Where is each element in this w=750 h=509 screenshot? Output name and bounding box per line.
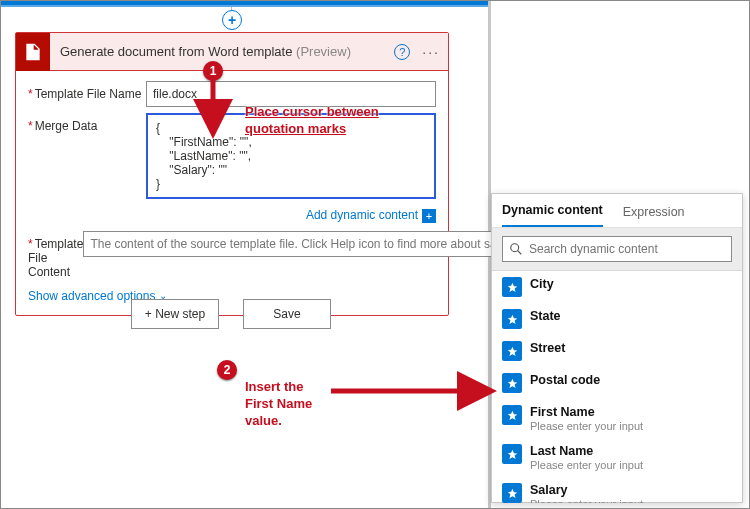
- action-card-header[interactable]: Generate document from Word template (Pr…: [16, 33, 448, 71]
- search-dynamic-content-wrap[interactable]: [502, 236, 732, 262]
- field-label-template-file-content: *Template File Content: [28, 231, 83, 279]
- dynamic-item-street[interactable]: Street: [492, 335, 742, 367]
- search-icon: [509, 242, 523, 256]
- action-title-text: Generate document from Word template: [60, 44, 292, 59]
- field-label-template-file-name: *Template File Name: [28, 81, 146, 101]
- dynamic-item-first-name[interactable]: First NamePlease enter your input: [492, 399, 742, 438]
- add-dynamic-content-row: Add dynamic content+: [28, 208, 436, 223]
- action-preview-tag: (Preview): [296, 44, 351, 59]
- dynamic-item-city[interactable]: City: [492, 271, 742, 303]
- field-label-merge-data: *Merge Data: [28, 113, 146, 133]
- svg-point-0: [511, 244, 519, 252]
- new-step-button[interactable]: + New step: [131, 299, 219, 329]
- annotation-arrow-2: [331, 381, 501, 401]
- flow-button-bar: + New step Save: [131, 299, 331, 329]
- merge-data-input[interactable]: [146, 113, 436, 199]
- token-icon: [502, 309, 522, 329]
- token-icon: [502, 483, 522, 503]
- action-card: Generate document from Word template (Pr…: [15, 32, 449, 316]
- top-bar: [1, 1, 489, 7]
- dynamic-item-salary[interactable]: SalaryPlease enter your input: [492, 477, 742, 503]
- add-step-circle[interactable]: +: [222, 10, 242, 30]
- adobe-pdf-icon: [16, 33, 50, 71]
- help-icon[interactable]: ?: [394, 44, 410, 60]
- annotation-callout-2: Insert the First Name value.: [245, 379, 312, 430]
- dynamic-content-panel: Dynamic content Expression City State St…: [491, 193, 743, 503]
- save-button[interactable]: Save: [243, 299, 331, 329]
- tab-expression[interactable]: Expression: [623, 205, 685, 227]
- panel-tab-row: Dynamic content Expression: [492, 194, 742, 228]
- search-dynamic-content-input[interactable]: [529, 238, 725, 260]
- template-file-name-input[interactable]: [146, 81, 436, 107]
- annotation-badge-2: 2: [217, 360, 237, 380]
- token-icon: [502, 341, 522, 361]
- token-icon: [502, 277, 522, 297]
- more-menu-icon[interactable]: ···: [422, 44, 440, 60]
- token-icon: [502, 373, 522, 393]
- tab-dynamic-content[interactable]: Dynamic content: [502, 203, 603, 227]
- svg-line-1: [518, 251, 522, 255]
- token-icon: [502, 405, 522, 425]
- add-dynamic-content-link[interactable]: Add dynamic content: [306, 208, 418, 222]
- action-card-body: *Template File Name *Merge Data Add dyna…: [16, 71, 448, 315]
- dynamic-item-state[interactable]: State: [492, 303, 742, 335]
- dynamic-content-list[interactable]: City State Street Postal code First Name…: [492, 271, 742, 503]
- template-file-content-input[interactable]: The content of the source template file.…: [83, 231, 513, 257]
- action-card-title: Generate document from Word template (Pr…: [50, 44, 394, 59]
- add-dynamic-plus-icon[interactable]: +: [422, 209, 436, 223]
- dynamic-item-last-name[interactable]: Last NamePlease enter your input: [492, 438, 742, 477]
- token-icon: [502, 444, 522, 464]
- dynamic-item-postal-code[interactable]: Postal code: [492, 367, 742, 399]
